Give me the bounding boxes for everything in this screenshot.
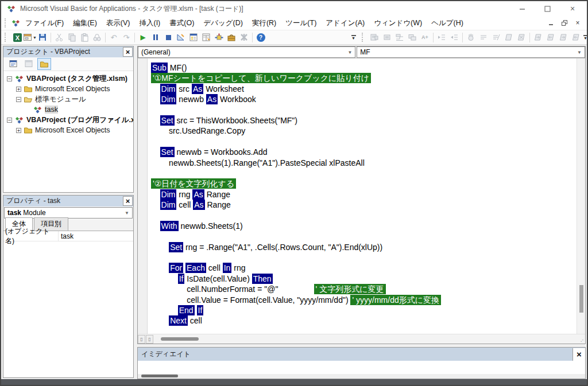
cut-button[interactable] bbox=[53, 31, 65, 44]
insert-userform-button[interactable]: ▼ bbox=[24, 31, 36, 44]
outdent-button[interactable] bbox=[448, 31, 461, 44]
list-properties-button[interactable] bbox=[368, 31, 381, 44]
toolbar-grip[interactable] bbox=[362, 33, 365, 42]
menu-edit[interactable]: 編集(E) bbox=[68, 17, 102, 30]
copy-button[interactable] bbox=[65, 31, 78, 44]
menu-run[interactable]: 実行(R) bbox=[247, 17, 281, 30]
split-view-button[interactable]: ▯ bbox=[138, 335, 145, 344]
horizontal-scrollbar-track[interactable] bbox=[154, 334, 576, 344]
vertical-scrollbar[interactable] bbox=[577, 59, 585, 334]
toggle-folders-button[interactable] bbox=[37, 58, 51, 70]
properties-window-button[interactable] bbox=[200, 31, 212, 44]
minimize-icon[interactable] bbox=[518, 5, 526, 13]
collapse-icon[interactable]: − bbox=[16, 97, 21, 102]
expand-icon[interactable]: + bbox=[16, 128, 21, 133]
menu-insert[interactable]: 挿入(I) bbox=[134, 17, 165, 30]
chevron-down-icon: ▼ bbox=[125, 210, 129, 216]
toolbar-separator bbox=[529, 33, 530, 42]
menu-window[interactable]: ウィンドウ(W) bbox=[369, 17, 427, 30]
child-restore-icon[interactable] bbox=[561, 20, 568, 26]
vba-project-icon bbox=[14, 116, 24, 124]
bookmark-nav2-button[interactable] bbox=[570, 31, 582, 44]
toolbar-options-button[interactable]: ▼ bbox=[350, 31, 358, 44]
immediate-close-icon[interactable]: × bbox=[572, 348, 585, 361]
previous-bookmark-button[interactable] bbox=[544, 31, 557, 44]
tree-item[interactable]: task bbox=[7, 104, 133, 115]
folder-open-icon bbox=[24, 95, 33, 103]
property-value[interactable]: task bbox=[59, 232, 76, 240]
find-button[interactable] bbox=[91, 31, 103, 44]
code-editor[interactable]: Sub MF()'①MFシートをコピーして、新しいワークブックに貼り付け Dim… bbox=[148, 59, 577, 334]
resize-grip-icon[interactable]: ⡠ bbox=[576, 336, 585, 342]
save-button[interactable] bbox=[36, 31, 49, 44]
next-bookmark-button[interactable] bbox=[532, 31, 544, 44]
overflow-icon: ▼ bbox=[582, 35, 588, 40]
complete-word-button[interactable]: A+ bbox=[419, 31, 431, 44]
indent-button[interactable] bbox=[435, 31, 448, 44]
vertical-scrollbar-thumb[interactable] bbox=[579, 285, 583, 313]
tree-item[interactable]: +Microsoft Excel Objects bbox=[7, 125, 133, 135]
properties-panel-close-icon[interactable]: × bbox=[123, 196, 133, 206]
code-margin-indicator-bar[interactable] bbox=[138, 59, 148, 334]
help-button[interactable]: ? bbox=[254, 31, 267, 44]
project-explorer-button[interactable] bbox=[187, 31, 200, 44]
object-dropdown[interactable]: (General) ▼ bbox=[138, 46, 355, 58]
run-macro-button[interactable] bbox=[238, 31, 250, 44]
object-browser-button[interactable] bbox=[212, 31, 225, 44]
procedure-dropdown[interactable]: MF ▼ bbox=[357, 46, 585, 58]
expand-icon[interactable]: + bbox=[16, 87, 21, 92]
tree-item[interactable]: +Microsoft Excel Objects bbox=[7, 84, 133, 94]
parameter-info-button[interactable] bbox=[406, 31, 419, 44]
maximize-icon[interactable] bbox=[543, 5, 551, 13]
menu-file[interactable]: ファイル(F) bbox=[21, 17, 68, 30]
window-title: Microsoft Visual Basic for Applications … bbox=[20, 4, 518, 14]
collapse-icon[interactable]: − bbox=[7, 76, 12, 81]
clear-bookmarks-button[interactable] bbox=[515, 31, 528, 44]
toolbox-button[interactable] bbox=[225, 31, 238, 44]
menu-debug[interactable]: デバッグ(D) bbox=[199, 17, 247, 30]
reset-button[interactable] bbox=[162, 31, 175, 44]
tree-item[interactable]: −標準モジュール bbox=[7, 94, 133, 104]
close-icon[interactable]: × bbox=[568, 5, 577, 13]
menu-format[interactable]: 書式(O) bbox=[165, 17, 199, 30]
collapse-icon[interactable]: − bbox=[7, 118, 12, 123]
properties-object-dropdown[interactable]: task Module ▼ bbox=[4, 207, 133, 219]
view-object-button[interactable] bbox=[22, 58, 36, 70]
toolbar-options-button[interactable]: ▼ bbox=[582, 31, 588, 44]
view-code-button[interactable] bbox=[6, 58, 20, 70]
toggle-breakpoint-button[interactable] bbox=[465, 31, 477, 44]
view-microsoft-excel-button[interactable]: X bbox=[11, 31, 24, 44]
uncomment-block-button[interactable] bbox=[490, 31, 502, 44]
design-mode-button[interactable] bbox=[175, 31, 187, 44]
menu-tools[interactable]: ツール(T) bbox=[281, 17, 321, 30]
menu-grip[interactable] bbox=[5, 18, 8, 28]
quick-info-button[interactable] bbox=[393, 31, 406, 44]
reset-icon bbox=[164, 33, 173, 42]
menu-help[interactable]: ヘルプ(H) bbox=[427, 17, 468, 30]
paste-button[interactable] bbox=[78, 31, 91, 44]
break-button[interactable] bbox=[149, 31, 162, 44]
child-close-icon[interactable]: × bbox=[574, 20, 581, 26]
menu-addins[interactable]: アドイン(A) bbox=[321, 17, 369, 30]
split-view-button[interactable]: ▯ bbox=[146, 335, 153, 344]
undo-button[interactable]: ↶ bbox=[107, 31, 120, 44]
code-keyword: With bbox=[160, 221, 179, 231]
horizontal-scrollbar-thumb[interactable] bbox=[161, 337, 199, 341]
run-button[interactable]: ▶ bbox=[137, 31, 149, 44]
toggle-bookmark-button[interactable] bbox=[502, 31, 515, 44]
child-minimize-icon[interactable] bbox=[548, 20, 555, 26]
redo-button[interactable]: ↷ bbox=[120, 31, 133, 44]
list-constants-button[interactable] bbox=[381, 31, 393, 44]
module-icon bbox=[33, 106, 42, 114]
immediate-scrollbar[interactable] bbox=[138, 374, 585, 379]
immediate-scrollbar-thumb[interactable] bbox=[141, 375, 178, 377]
tree-item[interactable]: −VBAProject (タスク管理.xlsm) bbox=[7, 73, 133, 84]
project-panel-close-icon[interactable]: × bbox=[123, 47, 133, 57]
menu-view[interactable]: 表示(V) bbox=[102, 17, 135, 30]
immediate-input-area[interactable] bbox=[138, 361, 585, 374]
tree-item[interactable]: −VBAProject (ブログ用ファイル.xlsx) bbox=[7, 115, 133, 125]
code-keyword: As bbox=[193, 200, 204, 210]
toolbar-grip[interactable] bbox=[5, 33, 8, 42]
comment-block-button[interactable] bbox=[477, 31, 490, 44]
bookmark-nav-button[interactable] bbox=[557, 31, 570, 44]
